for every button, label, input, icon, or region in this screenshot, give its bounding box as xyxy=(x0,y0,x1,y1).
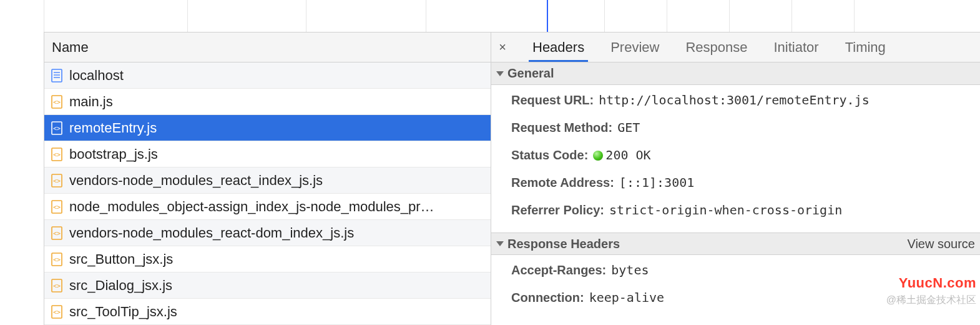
request-row-vendors-react-dom[interactable]: <> vendors-node_modules_react-dom_index_… xyxy=(44,220,491,246)
request-list-panel: Name localhost <> main.js <> remoteEntry… xyxy=(44,32,491,325)
name-column-header[interactable]: Name xyxy=(44,32,491,62)
row-remote-address: Remote Address: [::1]:3001 xyxy=(511,175,975,190)
section-title: General xyxy=(507,66,554,81)
status-ok-icon xyxy=(593,151,603,161)
view-source-link[interactable]: View source xyxy=(907,237,975,251)
value: strict-origin-when-cross-origin xyxy=(609,202,842,218)
value: http://localhost:3001/remoteEntry.js xyxy=(599,92,869,108)
svg-text:<>: <> xyxy=(53,151,61,158)
script-icon: <> xyxy=(51,148,63,161)
disclosure-triangle-icon xyxy=(496,71,504,76)
request-name: src_Button_jsx.js xyxy=(69,251,173,268)
value: GET xyxy=(617,120,640,135)
timeline-cell xyxy=(44,0,187,32)
script-icon: <> xyxy=(51,95,63,109)
label: Request URL: xyxy=(511,93,594,108)
request-name: bootstrap_js.js xyxy=(69,146,158,162)
value: bytes xyxy=(611,262,649,278)
request-row-src-dialog[interactable]: <> src_Dialog_jsx.js xyxy=(44,272,491,299)
value: 200 OK xyxy=(593,148,650,162)
row-referrer-policy: Referrer Policy: strict-origin-when-cros… xyxy=(511,202,975,218)
timeline-cell xyxy=(426,0,547,32)
svg-text:<>: <> xyxy=(53,309,61,316)
close-icon[interactable]: × xyxy=(495,40,510,54)
tab-preview[interactable]: Preview xyxy=(607,32,663,62)
general-section: Request URL: http://localhost:3001/remot… xyxy=(491,85,980,232)
request-rows: localhost <> main.js <> remoteEntry.js <… xyxy=(44,62,491,325)
request-row-object-assign[interactable]: <> node_modules_object-assign_index_js-n… xyxy=(44,194,491,220)
label: Accept-Ranges: xyxy=(511,263,606,278)
timeline-cell xyxy=(854,0,916,32)
svg-text:<>: <> xyxy=(53,256,61,263)
script-icon: <> xyxy=(51,279,63,292)
label: Referrer Policy: xyxy=(511,203,604,218)
request-name: remoteEntry.js xyxy=(69,120,157,136)
tab-timing[interactable]: Timing xyxy=(841,32,889,62)
row-request-method: Request Method: GET xyxy=(511,120,975,135)
svg-rect-0 xyxy=(52,69,62,82)
svg-text:<>: <> xyxy=(53,125,61,132)
script-icon: <> xyxy=(51,174,63,188)
script-icon: <> xyxy=(51,305,63,319)
section-title: Response Headers xyxy=(507,237,620,251)
request-row-src-button[interactable]: <> src_Button_jsx.js xyxy=(44,246,491,272)
watermark-subtext: @稀土掘金技术社区 xyxy=(886,294,976,307)
script-icon: <> xyxy=(51,121,63,135)
document-icon xyxy=(51,69,63,82)
script-icon: <> xyxy=(51,226,63,240)
request-name: src_Dialog_jsx.js xyxy=(69,278,172,294)
request-name: main.js xyxy=(69,94,113,110)
request-name: src_ToolTip_jsx.js xyxy=(69,304,177,320)
request-row-remoteentry-js[interactable]: <> remoteEntry.js xyxy=(44,115,491,141)
detail-tabs: × Headers Preview Response Initiator Tim… xyxy=(491,32,980,62)
timeline-cell xyxy=(667,0,729,32)
request-name: vendors-node_modules_react-dom_index_js.… xyxy=(69,225,354,241)
label: Connection: xyxy=(511,291,584,305)
request-row-main-js[interactable]: <> main.js xyxy=(44,89,491,115)
timeline-cell xyxy=(187,0,306,32)
timeline-marker[interactable] xyxy=(547,0,604,32)
svg-text:<>: <> xyxy=(53,204,61,211)
tab-headers[interactable]: Headers xyxy=(529,32,588,62)
request-name: vendors-node_modules_react_index_js.js xyxy=(69,172,323,189)
label: Status Code: xyxy=(511,148,588,162)
row-request-url: Request URL: http://localhost:3001/remot… xyxy=(511,92,975,108)
svg-text:<>: <> xyxy=(53,282,61,289)
watermark-brand: YuucN.com xyxy=(899,275,976,291)
label: Remote Address: xyxy=(511,176,614,190)
value: [::1]:3001 xyxy=(619,175,694,190)
row-status-code: Status Code: 200 OK xyxy=(511,148,975,162)
tab-response[interactable]: Response xyxy=(682,32,751,62)
section-response-headers-header[interactable]: Response Headers View source xyxy=(491,232,980,255)
request-row-src-tooltip[interactable]: <> src_ToolTip_jsx.js xyxy=(44,299,491,325)
label: Request Method: xyxy=(511,121,612,135)
timeline-cell xyxy=(306,0,426,32)
timeline-strip[interactable] xyxy=(44,0,980,32)
request-name: node_modules_object-assign_index_js-node… xyxy=(69,199,434,215)
svg-text:<>: <> xyxy=(53,178,61,184)
request-row-vendors-react[interactable]: <> vendors-node_modules_react_index_js.j… xyxy=(44,168,491,194)
svg-text:<>: <> xyxy=(53,230,61,237)
value: keep-alive xyxy=(589,290,664,305)
request-row-localhost[interactable]: localhost xyxy=(44,62,491,89)
section-general-header[interactable]: General xyxy=(491,62,980,85)
disclosure-triangle-icon xyxy=(496,241,504,246)
timeline-cell xyxy=(729,0,791,32)
timeline-cell xyxy=(604,0,667,32)
script-icon: <> xyxy=(51,252,63,266)
script-icon: <> xyxy=(51,200,63,214)
request-name: localhost xyxy=(69,68,124,84)
timeline-cell xyxy=(791,0,854,32)
main-panel: Name localhost <> main.js <> remoteEntry… xyxy=(44,32,980,325)
request-row-bootstrap-js[interactable]: <> bootstrap_js.js xyxy=(44,141,491,168)
svg-text:<>: <> xyxy=(53,99,61,106)
tab-initiator[interactable]: Initiator xyxy=(770,32,822,62)
